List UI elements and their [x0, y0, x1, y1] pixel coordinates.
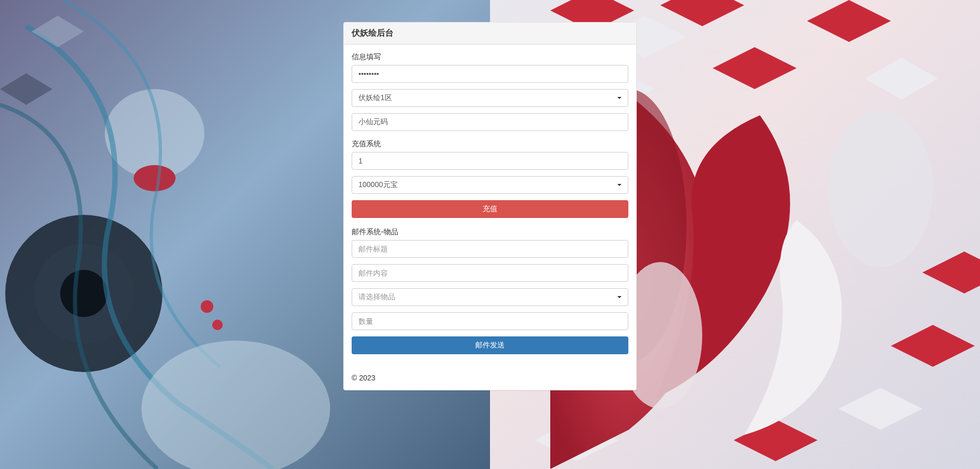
quantity-input[interactable] — [352, 312, 628, 330]
caret-down-icon — [617, 184, 622, 186]
svg-point-8 — [201, 300, 213, 313]
caret-down-icon — [617, 296, 622, 298]
name-input[interactable] — [352, 113, 628, 131]
panel-body: 信息填写 伏妖绘1区 充值系统 100000元宝 充值 邮件系统-物品 请选择物… — [344, 45, 636, 368]
item-select[interactable]: 请选择物品 — [352, 288, 628, 306]
svg-point-26 — [828, 110, 933, 267]
svg-point-4 — [60, 270, 107, 317]
panel-title: 伏妖绘后台 — [352, 28, 628, 39]
svg-point-9 — [212, 320, 223, 330]
mail-title-input[interactable] — [352, 240, 628, 258]
item-select-value: 请选择物品 — [358, 292, 395, 302]
mail-content-input[interactable] — [352, 264, 628, 282]
panel-header: 伏妖绘后台 — [344, 23, 636, 45]
currency-select[interactable]: 100000元宝 — [352, 176, 628, 194]
footer-copyright: © 2023 — [344, 368, 636, 390]
currency-select-value: 100000元宝 — [358, 180, 398, 190]
recharge-button[interactable]: 充值 — [352, 200, 628, 218]
recharge-section-label: 充值系统 — [352, 139, 628, 149]
mail-send-button[interactable]: 邮件发送 — [352, 336, 628, 354]
server-select[interactable]: 伏妖绘1区 — [352, 89, 628, 107]
caret-down-icon — [617, 97, 622, 99]
svg-point-6 — [134, 165, 176, 191]
server-select-value: 伏妖绘1区 — [358, 93, 392, 103]
password-input[interactable] — [352, 65, 628, 83]
recharge-amount-input[interactable] — [352, 152, 628, 170]
admin-panel: 伏妖绘后台 信息填写 伏妖绘1区 充值系统 100000元宝 充值 邮件系统-物… — [343, 22, 637, 390]
info-section-label: 信息填写 — [352, 52, 628, 62]
mail-section-label: 邮件系统-物品 — [352, 227, 628, 237]
